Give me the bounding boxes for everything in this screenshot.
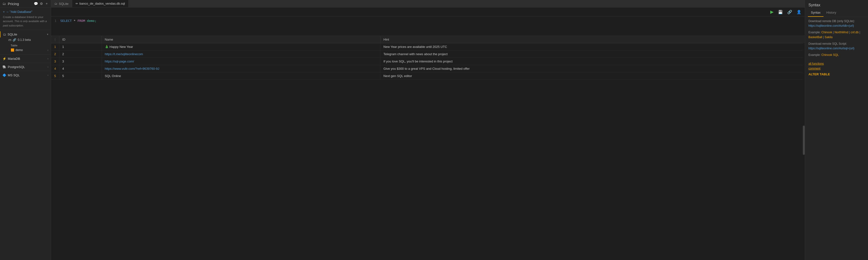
- postgresql-icon: 🐘: [2, 65, 6, 69]
- sidebar-item-mariadb[interactable]: ⚡ MariaDB ›: [0, 56, 51, 62]
- add-db-button[interactable]: + → "Add DataBase": [3, 10, 48, 13]
- sidebar-item-sqlite[interactable]: 🗂 SQLite ▾: [0, 31, 51, 37]
- run-button[interactable]: ▶: [769, 9, 775, 15]
- link-northwind[interactable]: NorthWind: [834, 31, 848, 34]
- keyword-star: *: [72, 19, 77, 23]
- table-icon: 🗃: [8, 38, 11, 41]
- example2-label: Example:: [808, 53, 821, 57]
- share-button[interactable]: 🔗: [786, 9, 793, 15]
- download-remote-db-label: Download remote DB (only SQLite): https:…: [808, 19, 865, 28]
- chat-icon[interactable]: 💬: [34, 2, 38, 6]
- mssql-label: MS SQL: [8, 73, 48, 77]
- table-item-demo[interactable]: 🟧 demo ‹: [8, 47, 51, 53]
- tab-sqlite[interactable]: 🗂 SQLite: [51, 0, 72, 7]
- table-row: 11🎄 Happy New YearNew Year prices are av…: [51, 43, 805, 51]
- mssql-icon: 🔷: [2, 73, 6, 77]
- row-hint: Next gen SQL editor: [380, 72, 805, 80]
- row-id: 4: [59, 65, 102, 72]
- editor-code[interactable]: SELECT * FROM demo;: [58, 19, 98, 33]
- table-row: 33https://sql-page.com/If you love SQL, …: [51, 58, 805, 65]
- results-table: ⋮ ID Name Hint 11🎄 Happy New YearNew Yea…: [51, 36, 805, 80]
- table-body: 11🎄 Happy New YearNew Year prices are av…: [51, 43, 805, 80]
- user-button[interactable]: 👤: [796, 9, 802, 15]
- line-number-1: 1: [53, 19, 56, 23]
- divider-2: [0, 63, 51, 63]
- example-label: Example:: [808, 31, 821, 34]
- settings-icon[interactable]: ⚙: [40, 2, 43, 6]
- tab-history[interactable]: History: [824, 9, 839, 17]
- example2-section: Example: Chinook SQL: [808, 53, 865, 57]
- tab-file[interactable]: ✏ banco_de_dados_vendas.db.sql: [72, 0, 129, 7]
- right-panel-title: Syntax: [805, 0, 868, 9]
- chevron-right-icon: ›: [48, 57, 49, 60]
- drag-handle[interactable]: ⋮: [53, 38, 58, 41]
- table-section: Table 🟧 demo ‹: [5, 42, 51, 54]
- comment-link[interactable]: comment: [805, 66, 868, 71]
- example-links-section: Example: Chinook | NorthWind | cnf.db | …: [808, 30, 865, 39]
- link-basketball[interactable]: BasketBall: [808, 35, 822, 39]
- line-numbers: 1: [51, 19, 58, 33]
- results-area[interactable]: ⋮ ID Name Hint 11🎄 Happy New YearNew Yea…: [51, 36, 805, 260]
- mariadb-icon: ⚡: [2, 57, 6, 61]
- chevron-right-icon-2: ›: [48, 65, 49, 68]
- download-remote-sql-url[interactable]: https://sqliteonline.com/#urlsql=(url): [808, 47, 855, 50]
- row-id: 1: [59, 43, 102, 51]
- col-name[interactable]: Name: [102, 36, 380, 43]
- sidebar-top: 🗂 Pricing 💬 ⚙ ＋: [0, 0, 51, 7]
- sqlite-version: 🗃 🔗 0.1.3 beta: [5, 37, 51, 42]
- scroll-thumb[interactable]: [803, 126, 805, 155]
- link-chinook-sql[interactable]: Chinook SQL: [821, 53, 839, 57]
- db-list: 🗂 SQLite ▾ 🗃 🔗 0.1.3 beta Table 🟧 demo ‹: [0, 30, 51, 80]
- table-header-row: ⋮ ID Name Hint: [51, 36, 805, 43]
- row-id: 2: [59, 51, 102, 58]
- link-sakila[interactable]: Sakila: [825, 35, 833, 39]
- table-name: demo;: [85, 19, 96, 23]
- table-demo-label: demo: [16, 48, 46, 52]
- save-button[interactable]: 💾: [777, 9, 784, 15]
- editor-area[interactable]: 1 SELECT * FROM demo;: [51, 17, 805, 36]
- pricing-label[interactable]: Pricing: [8, 2, 19, 6]
- right-panel-tabs: Syntax History: [805, 9, 868, 17]
- table-row: 22https://t.me/sqliteonlinecomTelegram c…: [51, 51, 805, 58]
- file-tab-icon: ✏: [75, 2, 78, 5]
- all-functions-link[interactable]: all functions: [805, 61, 868, 66]
- sqlite-version-label: 0.1.3 beta: [18, 38, 31, 41]
- row-id: 5: [59, 72, 102, 80]
- keyword-select: SELECT: [60, 19, 72, 23]
- row-number: 4: [51, 65, 59, 72]
- sqlite-sub: 🗃 🔗 0.1.3 beta Table 🟧 demo ‹: [0, 37, 51, 54]
- sep-3: |: [860, 31, 860, 34]
- row-name-link[interactable]: https://t.me/sqliteonlinecom: [105, 52, 143, 56]
- download-remote-sql-section: Download remote SQL Script: https://sqli…: [808, 41, 865, 51]
- toolbar: ▶ 💾 🔗 👤: [51, 7, 805, 17]
- add-icon[interactable]: ＋: [45, 1, 49, 6]
- col-hint[interactable]: Hint: [380, 36, 805, 43]
- row-number: 5: [51, 72, 59, 80]
- table-row: 44https://www.vultr.com/?ref=9639760-9JG…: [51, 65, 805, 72]
- col-id[interactable]: ID: [59, 36, 102, 43]
- row-number: 1: [51, 43, 59, 51]
- row-number: 2: [51, 51, 59, 58]
- row-name-link[interactable]: https://www.vultr.com/?ref=9639760-9J: [105, 67, 159, 70]
- sidebar-item-mssql[interactable]: 🔷 MS SQL ›: [0, 72, 51, 78]
- link-chinook[interactable]: Chinook: [821, 31, 832, 34]
- sidebar-item-postgresql[interactable]: 🐘 PostgreSQL ›: [0, 64, 51, 70]
- keyword-from: FROM: [77, 19, 85, 23]
- row-name[interactable]: https://t.me/sqliteonlinecom: [102, 51, 380, 58]
- add-db-section: + → "Add DataBase" Create a database lin…: [0, 7, 51, 30]
- row-name-link[interactable]: https://sql-page.com/: [105, 60, 134, 63]
- link-cnfdb[interactable]: cnf.db: [851, 31, 859, 34]
- row-name[interactable]: https://sql-page.com/: [102, 58, 380, 65]
- row-name: SQL Online: [102, 72, 380, 80]
- alter-table-label[interactable]: ALTER TABLE: [805, 71, 868, 77]
- scroll-indicator: [803, 36, 805, 260]
- right-panel-body: Download remote DB (only SQLite): https:…: [805, 17, 868, 61]
- row-hint: If you love SQL, you'll be interested in…: [380, 58, 805, 65]
- chevron-down-icon: ▾: [47, 33, 49, 36]
- tab-syntax[interactable]: Syntax: [808, 9, 824, 17]
- download-remote-db-url[interactable]: https://sqliteonline.com/#urldb=(url): [808, 24, 854, 28]
- sqlite-label: SQLite: [7, 33, 47, 36]
- row-name[interactable]: https://www.vultr.com/?ref=9639760-9J: [102, 65, 380, 72]
- col-drag: ⋮: [51, 36, 59, 43]
- row-number: 3: [51, 58, 59, 65]
